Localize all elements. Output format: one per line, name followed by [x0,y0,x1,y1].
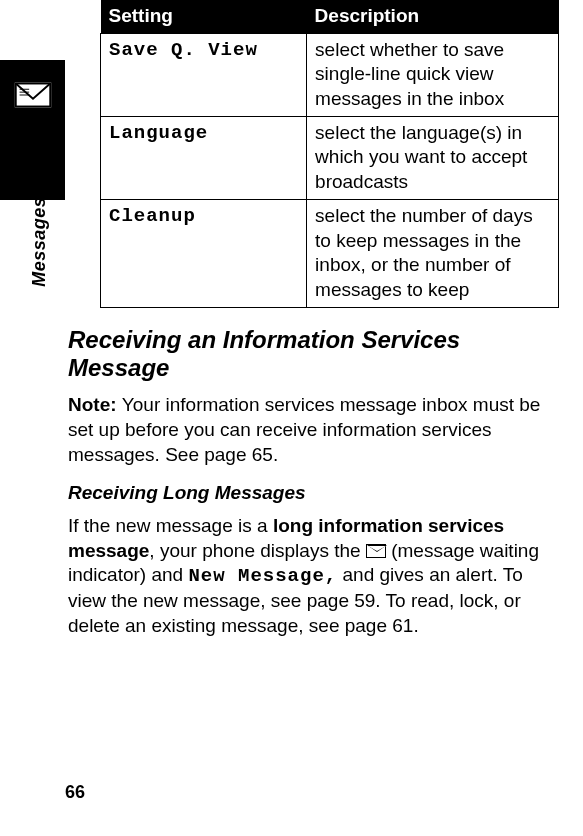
section-side-label: Messages [28,217,51,287]
header-setting: Setting [101,0,307,33]
desc-cell: select the language(s) in which you want… [307,116,559,199]
table-row: Language select the language(s) in which… [101,116,559,199]
section-heading: Receiving an Information Services Messag… [68,326,559,384]
setting-cell: Cleanup [101,199,307,307]
note-label: Note: [68,394,122,415]
para-text: , your phone displays the [149,540,366,561]
envelope-icon [366,544,386,558]
para-text: If the new message is a [68,515,273,536]
desc-cell: select the number of days to keep messag… [307,199,559,307]
table-row: Save Q. View select whether to save sing… [101,33,559,116]
table-row: Cleanup select the number of days to kee… [101,199,559,307]
settings-table: Setting Description Save Q. View select … [100,0,559,308]
setting-cell: Save Q. View [101,33,307,116]
note-text: Your information services message inbox … [68,394,540,464]
header-description: Description [307,0,559,33]
side-tab [0,60,65,200]
messages-envelope-icon [10,72,56,118]
new-message-string: New Message, [188,565,337,587]
subsection-heading: Receiving Long Messages [68,481,559,506]
page-number: 66 [65,781,85,804]
setting-cell: Language [101,116,307,199]
long-message-paragraph: If the new message is a long information… [68,514,559,638]
desc-cell: select whether to save single-line quick… [307,33,559,116]
note-paragraph: Note: Your information services message … [68,393,559,467]
